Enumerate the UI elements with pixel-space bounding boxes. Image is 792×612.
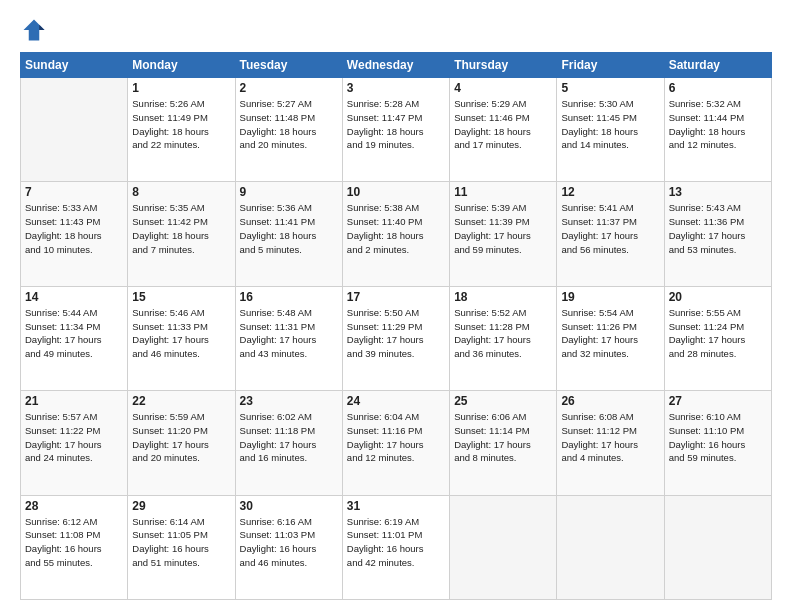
calendar-cell: 3Sunrise: 5:28 AM Sunset: 11:47 PM Dayli… — [342, 78, 449, 182]
calendar-week-row: 21Sunrise: 5:57 AM Sunset: 11:22 PM Dayl… — [21, 391, 772, 495]
cell-content: Sunrise: 5:39 AM Sunset: 11:39 PM Daylig… — [454, 201, 552, 256]
day-number: 26 — [561, 394, 659, 408]
calendar: SundayMondayTuesdayWednesdayThursdayFrid… — [20, 52, 772, 600]
calendar-cell: 2Sunrise: 5:27 AM Sunset: 11:48 PM Dayli… — [235, 78, 342, 182]
cell-content: Sunrise: 5:30 AM Sunset: 11:45 PM Daylig… — [561, 97, 659, 152]
calendar-cell: 10Sunrise: 5:38 AM Sunset: 11:40 PM Dayl… — [342, 182, 449, 286]
calendar-cell: 8Sunrise: 5:35 AM Sunset: 11:42 PM Dayli… — [128, 182, 235, 286]
cell-content: Sunrise: 5:36 AM Sunset: 11:41 PM Daylig… — [240, 201, 338, 256]
day-number: 3 — [347, 81, 445, 95]
day-number: 30 — [240, 499, 338, 513]
cell-content: Sunrise: 5:43 AM Sunset: 11:36 PM Daylig… — [669, 201, 767, 256]
day-number: 15 — [132, 290, 230, 304]
cell-content: Sunrise: 5:35 AM Sunset: 11:42 PM Daylig… — [132, 201, 230, 256]
day-number: 23 — [240, 394, 338, 408]
cell-content: Sunrise: 5:44 AM Sunset: 11:34 PM Daylig… — [25, 306, 123, 361]
day-number: 28 — [25, 499, 123, 513]
calendar-cell: 30Sunrise: 6:16 AM Sunset: 11:03 PM Dayl… — [235, 495, 342, 599]
calendar-week-row: 1Sunrise: 5:26 AM Sunset: 11:49 PM Dayli… — [21, 78, 772, 182]
calendar-cell: 4Sunrise: 5:29 AM Sunset: 11:46 PM Dayli… — [450, 78, 557, 182]
calendar-week-row: 7Sunrise: 5:33 AM Sunset: 11:43 PM Dayli… — [21, 182, 772, 286]
cell-content: Sunrise: 6:14 AM Sunset: 11:05 PM Daylig… — [132, 515, 230, 570]
calendar-cell: 29Sunrise: 6:14 AM Sunset: 11:05 PM Dayl… — [128, 495, 235, 599]
calendar-cell: 1Sunrise: 5:26 AM Sunset: 11:49 PM Dayli… — [128, 78, 235, 182]
svg-marker-1 — [39, 25, 44, 30]
calendar-cell: 9Sunrise: 5:36 AM Sunset: 11:41 PM Dayli… — [235, 182, 342, 286]
calendar-cell: 23Sunrise: 6:02 AM Sunset: 11:18 PM Dayl… — [235, 391, 342, 495]
calendar-cell — [21, 78, 128, 182]
cell-content: Sunrise: 5:26 AM Sunset: 11:49 PM Daylig… — [132, 97, 230, 152]
day-number: 11 — [454, 185, 552, 199]
calendar-cell: 28Sunrise: 6:12 AM Sunset: 11:08 PM Dayl… — [21, 495, 128, 599]
calendar-cell: 21Sunrise: 5:57 AM Sunset: 11:22 PM Dayl… — [21, 391, 128, 495]
cell-content: Sunrise: 5:38 AM Sunset: 11:40 PM Daylig… — [347, 201, 445, 256]
day-number: 8 — [132, 185, 230, 199]
weekday-header: Monday — [128, 53, 235, 78]
calendar-cell: 22Sunrise: 5:59 AM Sunset: 11:20 PM Dayl… — [128, 391, 235, 495]
calendar-cell: 6Sunrise: 5:32 AM Sunset: 11:44 PM Dayli… — [664, 78, 771, 182]
day-number: 9 — [240, 185, 338, 199]
cell-content: Sunrise: 5:28 AM Sunset: 11:47 PM Daylig… — [347, 97, 445, 152]
calendar-cell: 16Sunrise: 5:48 AM Sunset: 11:31 PM Dayl… — [235, 286, 342, 390]
calendar-cell: 7Sunrise: 5:33 AM Sunset: 11:43 PM Dayli… — [21, 182, 128, 286]
calendar-cell: 14Sunrise: 5:44 AM Sunset: 11:34 PM Dayl… — [21, 286, 128, 390]
calendar-cell: 20Sunrise: 5:55 AM Sunset: 11:24 PM Dayl… — [664, 286, 771, 390]
day-number: 19 — [561, 290, 659, 304]
calendar-cell: 13Sunrise: 5:43 AM Sunset: 11:36 PM Dayl… — [664, 182, 771, 286]
weekday-header: Saturday — [664, 53, 771, 78]
calendar-cell: 5Sunrise: 5:30 AM Sunset: 11:45 PM Dayli… — [557, 78, 664, 182]
logo-icon — [20, 16, 48, 44]
cell-content: Sunrise: 5:46 AM Sunset: 11:33 PM Daylig… — [132, 306, 230, 361]
day-number: 17 — [347, 290, 445, 304]
calendar-cell — [664, 495, 771, 599]
day-number: 18 — [454, 290, 552, 304]
cell-content: Sunrise: 6:04 AM Sunset: 11:16 PM Daylig… — [347, 410, 445, 465]
calendar-cell: 15Sunrise: 5:46 AM Sunset: 11:33 PM Dayl… — [128, 286, 235, 390]
calendar-cell: 18Sunrise: 5:52 AM Sunset: 11:28 PM Dayl… — [450, 286, 557, 390]
logo — [20, 16, 52, 44]
calendar-cell: 26Sunrise: 6:08 AM Sunset: 11:12 PM Dayl… — [557, 391, 664, 495]
day-number: 10 — [347, 185, 445, 199]
calendar-cell: 19Sunrise: 5:54 AM Sunset: 11:26 PM Dayl… — [557, 286, 664, 390]
cell-content: Sunrise: 5:50 AM Sunset: 11:29 PM Daylig… — [347, 306, 445, 361]
cell-content: Sunrise: 5:48 AM Sunset: 11:31 PM Daylig… — [240, 306, 338, 361]
page: SundayMondayTuesdayWednesdayThursdayFrid… — [0, 0, 792, 612]
day-number: 21 — [25, 394, 123, 408]
cell-content: Sunrise: 6:08 AM Sunset: 11:12 PM Daylig… — [561, 410, 659, 465]
calendar-cell: 25Sunrise: 6:06 AM Sunset: 11:14 PM Dayl… — [450, 391, 557, 495]
day-number: 14 — [25, 290, 123, 304]
calendar-header-row: SundayMondayTuesdayWednesdayThursdayFrid… — [21, 53, 772, 78]
calendar-week-row: 28Sunrise: 6:12 AM Sunset: 11:08 PM Dayl… — [21, 495, 772, 599]
cell-content: Sunrise: 5:29 AM Sunset: 11:46 PM Daylig… — [454, 97, 552, 152]
calendar-cell: 27Sunrise: 6:10 AM Sunset: 11:10 PM Dayl… — [664, 391, 771, 495]
header — [20, 16, 772, 44]
calendar-cell — [557, 495, 664, 599]
weekday-header: Tuesday — [235, 53, 342, 78]
cell-content: Sunrise: 6:10 AM Sunset: 11:10 PM Daylig… — [669, 410, 767, 465]
cell-content: Sunrise: 5:27 AM Sunset: 11:48 PM Daylig… — [240, 97, 338, 152]
weekday-header: Thursday — [450, 53, 557, 78]
day-number: 2 — [240, 81, 338, 95]
day-number: 1 — [132, 81, 230, 95]
cell-content: Sunrise: 5:41 AM Sunset: 11:37 PM Daylig… — [561, 201, 659, 256]
day-number: 12 — [561, 185, 659, 199]
cell-content: Sunrise: 5:55 AM Sunset: 11:24 PM Daylig… — [669, 306, 767, 361]
day-number: 16 — [240, 290, 338, 304]
day-number: 24 — [347, 394, 445, 408]
day-number: 6 — [669, 81, 767, 95]
cell-content: Sunrise: 6:16 AM Sunset: 11:03 PM Daylig… — [240, 515, 338, 570]
day-number: 29 — [132, 499, 230, 513]
calendar-cell: 11Sunrise: 5:39 AM Sunset: 11:39 PM Dayl… — [450, 182, 557, 286]
day-number: 5 — [561, 81, 659, 95]
cell-content: Sunrise: 5:32 AM Sunset: 11:44 PM Daylig… — [669, 97, 767, 152]
cell-content: Sunrise: 6:06 AM Sunset: 11:14 PM Daylig… — [454, 410, 552, 465]
cell-content: Sunrise: 5:54 AM Sunset: 11:26 PM Daylig… — [561, 306, 659, 361]
weekday-header: Wednesday — [342, 53, 449, 78]
calendar-cell: 17Sunrise: 5:50 AM Sunset: 11:29 PM Dayl… — [342, 286, 449, 390]
day-number: 20 — [669, 290, 767, 304]
cell-content: Sunrise: 5:33 AM Sunset: 11:43 PM Daylig… — [25, 201, 123, 256]
cell-content: Sunrise: 5:57 AM Sunset: 11:22 PM Daylig… — [25, 410, 123, 465]
day-number: 13 — [669, 185, 767, 199]
day-number: 4 — [454, 81, 552, 95]
day-number: 31 — [347, 499, 445, 513]
